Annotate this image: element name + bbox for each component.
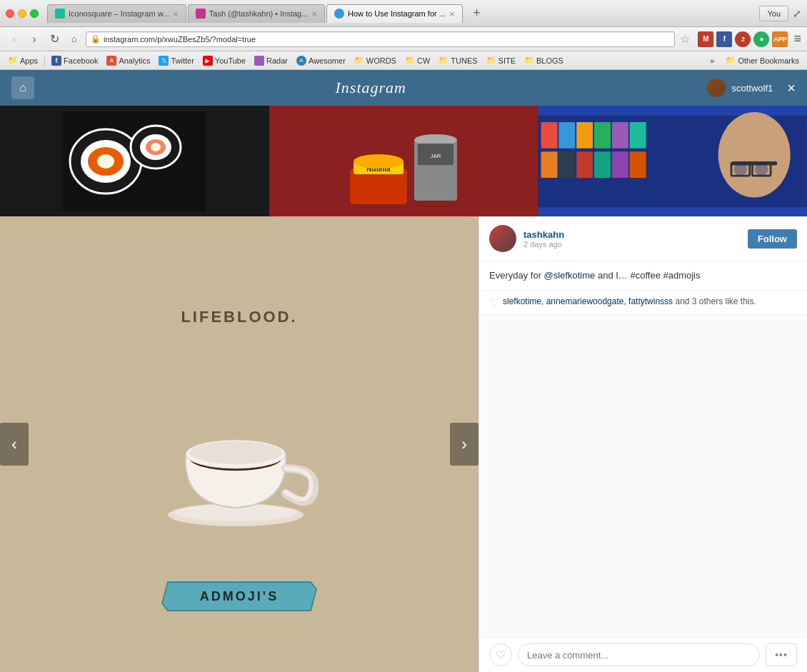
svg-rect-29 (612, 151, 628, 178)
prev-arrow[interactable]: ‹ (0, 423, 29, 466)
bookmark-tunes[interactable]: 📁 TUNES (435, 54, 481, 66)
gmail-icon[interactable]: M (698, 31, 713, 47)
caption-suffix: and I… #coffee #admojis (595, 270, 700, 281)
tab-close-tash[interactable]: × (311, 9, 317, 19)
next-arrow[interactable]: › (450, 423, 478, 466)
modal-area: LIFEBLOOD. (0, 216, 807, 672)
post-avatar (489, 225, 516, 252)
tab-tash[interactable]: Tash (@tashkahn) • Instag... × (188, 4, 325, 23)
like-button[interactable]: ♡ (489, 643, 512, 666)
instagram-header: ⌂ Instagram scottwolf1 × (0, 70, 807, 106)
tab-favicon-iconosquare (55, 9, 65, 19)
you-button[interactable]: You (759, 6, 788, 21)
window-controls: You ⤢ (759, 6, 801, 21)
admojis-banner-svg: ADMOJI'S (161, 578, 318, 614)
bookmark-cw[interactable]: 📁 CW (401, 54, 433, 66)
minimize-window-btn[interactable] (18, 9, 26, 18)
svg-rect-30 (630, 151, 646, 178)
bookmark-radar-label: Radar (266, 56, 288, 65)
facebook-icon[interactable]: f (716, 31, 732, 47)
traffic-lights (6, 9, 39, 18)
address-text: instagram.com/p/xwuZBesZb5/?modal=true (104, 35, 256, 44)
bookmark-star-btn[interactable]: ☆ (680, 32, 690, 46)
svg-rect-21 (577, 121, 593, 148)
maximize-window-btn[interactable] (30, 9, 39, 18)
svg-rect-25 (541, 151, 558, 178)
bookmark-facebook-label: Facebook (64, 56, 98, 65)
app-icon[interactable]: APP (772, 31, 788, 47)
caption-mention[interactable]: @slefkotime (544, 270, 596, 281)
tab-howuse[interactable]: How to Use Instagram for ... × (326, 4, 463, 23)
svg-rect-27 (577, 151, 593, 178)
svg-point-31 (718, 112, 791, 197)
bookmark-site[interactable]: 📁 SITE (483, 54, 519, 66)
tab-title-tash: Tash (@tashkahn) • Instag... (209, 9, 309, 18)
bookmarks-bar: 📁 Apps f Facebook A Analytics 𝕏 Twitter … (0, 51, 807, 70)
bookmark-youtube[interactable]: ▶ YouTube (199, 54, 249, 67)
svg-rect-24 (630, 121, 646, 148)
bookmark-radar[interactable]: Radar (251, 54, 291, 67)
follow-button[interactable]: Follow (748, 229, 797, 249)
forward-btn[interactable]: › (26, 31, 43, 48)
coffee-cup-svg (154, 376, 325, 533)
refresh-btn[interactable]: ↻ (46, 31, 63, 48)
instagram-close-btn[interactable]: × (787, 80, 796, 96)
svg-point-8 (151, 143, 161, 151)
new-tab-btn[interactable]: + (467, 4, 487, 23)
tab-favicon-tash (196, 9, 206, 19)
bookmark-words[interactable]: 📁 WORDS (351, 54, 400, 66)
fullscreen-btn[interactable]: ⤢ (793, 8, 801, 19)
bookmark-apps[interactable]: 📁 Apps (4, 54, 41, 66)
tab-close-howuse[interactable]: × (449, 9, 455, 19)
likes-rest: and 3 others like this. (673, 296, 756, 306)
svg-rect-19 (541, 121, 558, 148)
bookmark-twitter[interactable]: 𝕏 Twitter (155, 54, 197, 67)
coffee-cup-image (154, 376, 325, 536)
bookmark-facebook[interactable]: f Facebook (48, 54, 101, 67)
prev-arrow-icon: ‹ (11, 434, 17, 454)
right-panel: tashkahn 2 days ago Follow Everyday for … (478, 216, 807, 672)
analytics-favicon: A (106, 56, 116, 66)
gmail-badge[interactable]: 2 (735, 31, 751, 47)
bookmark-awesomer[interactable]: A Awesomer (293, 54, 349, 67)
more-options-btn[interactable]: ••• (766, 643, 797, 666)
caption-prefix: Everyday for (489, 270, 544, 281)
comments-area[interactable] (479, 315, 807, 638)
youtube-favicon: ▶ (203, 56, 213, 66)
post-header: tashkahn 2 days ago Follow (479, 216, 807, 261)
bookmark-other-label: Other Bookmarks (738, 56, 799, 65)
title-bar: Iconosquare – Instagram w... × Tash (@ta… (0, 0, 807, 27)
bookmark-youtube-label: YouTube (215, 56, 246, 65)
bookmark-words-label: WORDS (366, 56, 396, 65)
svg-point-13 (354, 154, 404, 169)
svg-rect-22 (594, 121, 611, 148)
tab-title-howuse: How to Use Instagram for ... (348, 9, 446, 18)
tab-iconosquare[interactable]: Iconosquare – Instagram w... × (47, 4, 186, 23)
svg-point-41 (189, 441, 282, 464)
instagram-username-label: scottwolf1 (731, 83, 773, 94)
admojis-banner: ADMOJI'S (161, 578, 318, 617)
bookmark-more-btn[interactable]: » (706, 55, 718, 66)
image-panel: LIFEBLOOD. (0, 216, 478, 672)
back-btn[interactable]: ‹ (6, 31, 23, 48)
tab-close-iconosquare[interactable]: × (173, 9, 179, 19)
svg-point-36 (755, 162, 768, 175)
photo-strip: Nutella JAR (0, 106, 807, 216)
likes-heart-icon: ♡ (489, 297, 498, 309)
post-username[interactable]: tashkahn (523, 229, 741, 240)
address-bar[interactable]: 🔒 instagram.com/p/xwuZBesZb5/?modal=true (86, 31, 675, 47)
bookmark-analytics-label: Analytics (119, 56, 150, 65)
green-circle-icon[interactable]: ● (753, 31, 769, 47)
menu-btn[interactable]: ≡ (793, 31, 801, 46)
likes-names[interactable]: slefkotime, annemariewoodgate, fattytwin… (503, 296, 673, 306)
comment-input[interactable] (518, 643, 760, 666)
home-btn[interactable]: ⌂ (66, 31, 83, 48)
instagram-user-avatar (707, 79, 726, 97)
bookmark-analytics[interactable]: A Analytics (103, 54, 154, 67)
svg-rect-28 (594, 151, 611, 178)
instagram-home-btn[interactable]: ⌂ (11, 76, 34, 99)
close-window-btn[interactable] (6, 9, 14, 18)
bookmark-blogs[interactable]: 📁 BLOGS (521, 54, 567, 66)
instagram-user-menu[interactable]: scottwolf1 × (707, 79, 796, 97)
bookmark-other[interactable]: 📁 Other Bookmarks (722, 54, 803, 66)
